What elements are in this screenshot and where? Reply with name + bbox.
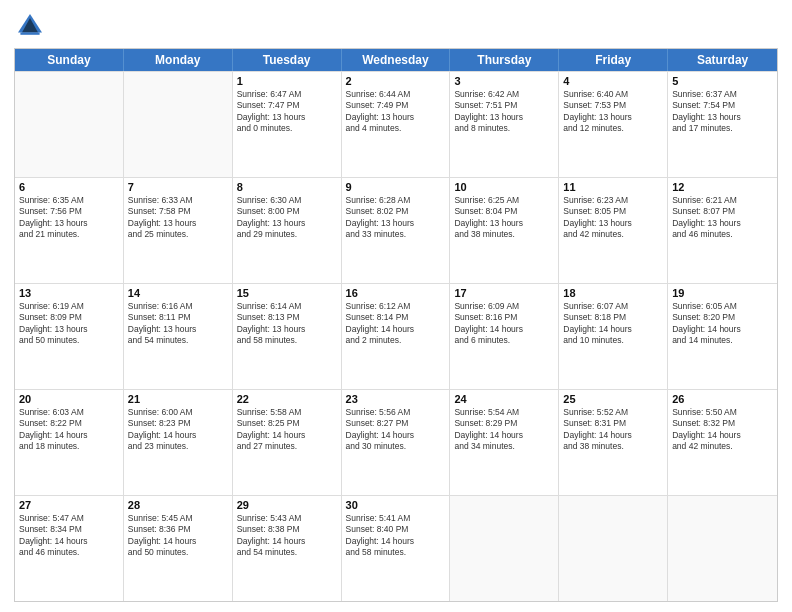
- day-number: 2: [346, 75, 446, 87]
- cell-info-line: and 12 minutes.: [563, 123, 663, 134]
- cell-info-line: and 33 minutes.: [346, 229, 446, 240]
- calendar-header: SundayMondayTuesdayWednesdayThursdayFrid…: [15, 49, 777, 71]
- calendar-row-3: 13Sunrise: 6:19 AMSunset: 8:09 PMDayligh…: [15, 283, 777, 389]
- day-number: 22: [237, 393, 337, 405]
- cell-info-line: Sunset: 7:53 PM: [563, 100, 663, 111]
- calendar-cell: 18Sunrise: 6:07 AMSunset: 8:18 PMDayligh…: [559, 284, 668, 389]
- calendar-row-5: 27Sunrise: 5:47 AMSunset: 8:34 PMDayligh…: [15, 495, 777, 601]
- day-number: 7: [128, 181, 228, 193]
- cell-info-line: and 46 minutes.: [19, 547, 119, 558]
- cell-info-line: Sunset: 8:07 PM: [672, 206, 773, 217]
- cell-info-line: Sunset: 8:14 PM: [346, 312, 446, 323]
- cell-info-line: Sunset: 7:47 PM: [237, 100, 337, 111]
- header-day-monday: Monday: [124, 49, 233, 71]
- cell-info-line: and 6 minutes.: [454, 335, 554, 346]
- cell-info-line: Sunset: 8:40 PM: [346, 524, 446, 535]
- cell-info-line: and 34 minutes.: [454, 441, 554, 452]
- calendar-cell: 28Sunrise: 5:45 AMSunset: 8:36 PMDayligh…: [124, 496, 233, 601]
- cell-info-line: Daylight: 13 hours: [128, 218, 228, 229]
- cell-info-line: and 8 minutes.: [454, 123, 554, 134]
- cell-info-line: Sunset: 8:34 PM: [19, 524, 119, 535]
- cell-info-line: and 46 minutes.: [672, 229, 773, 240]
- calendar-cell: 5Sunrise: 6:37 AMSunset: 7:54 PMDaylight…: [668, 72, 777, 177]
- cell-info-line: and 2 minutes.: [346, 335, 446, 346]
- cell-info-line: Sunrise: 6:19 AM: [19, 301, 119, 312]
- calendar-body: 1Sunrise: 6:47 AMSunset: 7:47 PMDaylight…: [15, 71, 777, 601]
- cell-info-line: and 54 minutes.: [128, 335, 228, 346]
- cell-info-line: Sunset: 7:58 PM: [128, 206, 228, 217]
- cell-info-line: Sunset: 8:11 PM: [128, 312, 228, 323]
- cell-info-line: Sunrise: 6:30 AM: [237, 195, 337, 206]
- cell-info-line: Sunrise: 5:45 AM: [128, 513, 228, 524]
- cell-info-line: Sunrise: 5:41 AM: [346, 513, 446, 524]
- cell-info-line: and 38 minutes.: [563, 441, 663, 452]
- day-number: 15: [237, 287, 337, 299]
- header-day-wednesday: Wednesday: [342, 49, 451, 71]
- day-number: 13: [19, 287, 119, 299]
- cell-info-line: Sunrise: 6:03 AM: [19, 407, 119, 418]
- calendar-cell: 26Sunrise: 5:50 AMSunset: 8:32 PMDayligh…: [668, 390, 777, 495]
- cell-info-line: Daylight: 14 hours: [454, 430, 554, 441]
- day-number: 5: [672, 75, 773, 87]
- cell-info-line: Sunrise: 5:58 AM: [237, 407, 337, 418]
- calendar-cell: 22Sunrise: 5:58 AMSunset: 8:25 PMDayligh…: [233, 390, 342, 495]
- calendar-cell: [124, 72, 233, 177]
- calendar-cell: 29Sunrise: 5:43 AMSunset: 8:38 PMDayligh…: [233, 496, 342, 601]
- cell-info-line: Sunset: 7:49 PM: [346, 100, 446, 111]
- day-number: 23: [346, 393, 446, 405]
- calendar-cell: 2Sunrise: 6:44 AMSunset: 7:49 PMDaylight…: [342, 72, 451, 177]
- calendar-cell: 12Sunrise: 6:21 AMSunset: 8:07 PMDayligh…: [668, 178, 777, 283]
- header-day-tuesday: Tuesday: [233, 49, 342, 71]
- calendar-cell: 8Sunrise: 6:30 AMSunset: 8:00 PMDaylight…: [233, 178, 342, 283]
- cell-info-line: Daylight: 13 hours: [454, 218, 554, 229]
- day-number: 16: [346, 287, 446, 299]
- cell-info-line: Daylight: 13 hours: [19, 324, 119, 335]
- cell-info-line: Daylight: 13 hours: [346, 112, 446, 123]
- cell-info-line: Sunrise: 6:47 AM: [237, 89, 337, 100]
- cell-info-line: Daylight: 13 hours: [128, 324, 228, 335]
- cell-info-line: Daylight: 14 hours: [237, 430, 337, 441]
- day-number: 21: [128, 393, 228, 405]
- cell-info-line: Sunrise: 6:44 AM: [346, 89, 446, 100]
- cell-info-line: Sunrise: 6:42 AM: [454, 89, 554, 100]
- cell-info-line: Sunset: 8:32 PM: [672, 418, 773, 429]
- svg-rect-2: [20, 32, 39, 34]
- cell-info-line: Daylight: 14 hours: [19, 430, 119, 441]
- cell-info-line: and 17 minutes.: [672, 123, 773, 134]
- calendar-cell: 1Sunrise: 6:47 AMSunset: 7:47 PMDaylight…: [233, 72, 342, 177]
- cell-info-line: and 27 minutes.: [237, 441, 337, 452]
- cell-info-line: Sunrise: 6:07 AM: [563, 301, 663, 312]
- cell-info-line: and 58 minutes.: [346, 547, 446, 558]
- day-number: 20: [19, 393, 119, 405]
- cell-info-line: Sunset: 8:02 PM: [346, 206, 446, 217]
- header-day-saturday: Saturday: [668, 49, 777, 71]
- day-number: 19: [672, 287, 773, 299]
- calendar-row-4: 20Sunrise: 6:03 AMSunset: 8:22 PMDayligh…: [15, 389, 777, 495]
- cell-info-line: Sunrise: 6:05 AM: [672, 301, 773, 312]
- calendar-cell: 25Sunrise: 5:52 AMSunset: 8:31 PMDayligh…: [559, 390, 668, 495]
- cell-info-line: Sunset: 8:04 PM: [454, 206, 554, 217]
- cell-info-line: and 18 minutes.: [19, 441, 119, 452]
- cell-info-line: Sunset: 8:00 PM: [237, 206, 337, 217]
- day-number: 29: [237, 499, 337, 511]
- day-number: 24: [454, 393, 554, 405]
- cell-info-line: and 0 minutes.: [237, 123, 337, 134]
- cell-info-line: Sunset: 7:51 PM: [454, 100, 554, 111]
- cell-info-line: Sunrise: 6:00 AM: [128, 407, 228, 418]
- calendar-cell: [15, 72, 124, 177]
- cell-info-line: Sunset: 8:29 PM: [454, 418, 554, 429]
- day-number: 11: [563, 181, 663, 193]
- day-number: 26: [672, 393, 773, 405]
- cell-info-line: Sunset: 8:25 PM: [237, 418, 337, 429]
- cell-info-line: Daylight: 13 hours: [672, 112, 773, 123]
- cell-info-line: Daylight: 13 hours: [237, 218, 337, 229]
- day-number: 25: [563, 393, 663, 405]
- page: SundayMondayTuesdayWednesdayThursdayFrid…: [0, 0, 792, 612]
- cell-info-line: and 30 minutes.: [346, 441, 446, 452]
- calendar-cell: [450, 496, 559, 601]
- cell-info-line: Daylight: 13 hours: [563, 218, 663, 229]
- calendar-row-1: 1Sunrise: 6:47 AMSunset: 7:47 PMDaylight…: [15, 71, 777, 177]
- calendar-cell: 11Sunrise: 6:23 AMSunset: 8:05 PMDayligh…: [559, 178, 668, 283]
- cell-info-line: and 14 minutes.: [672, 335, 773, 346]
- day-number: 12: [672, 181, 773, 193]
